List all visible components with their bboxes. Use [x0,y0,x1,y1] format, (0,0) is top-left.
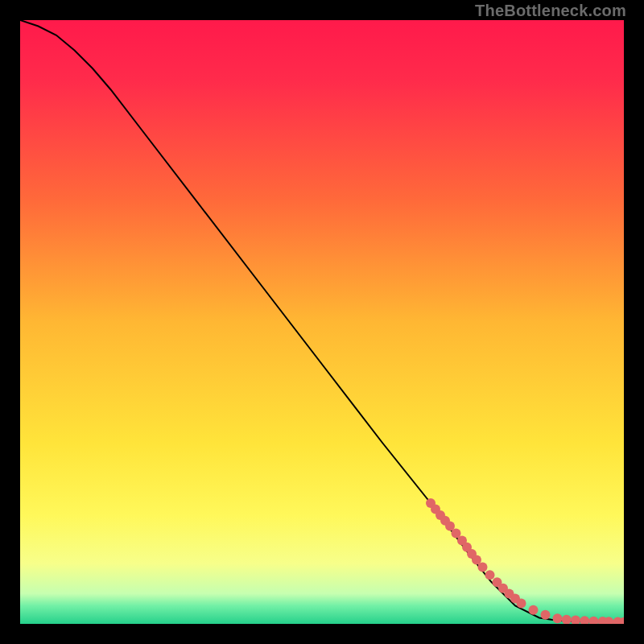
data-point [553,613,563,623]
data-point [478,563,488,572]
data-point [541,610,551,620]
plot-svg [20,20,624,624]
data-point [529,605,539,615]
gradient-background [20,20,624,624]
data-point [485,570,495,580]
data-point [517,599,526,609]
watermark-text: TheBottleneck.com [475,2,626,20]
chart-stage: TheBottleneck.com [0,0,644,644]
plot-area [20,20,624,624]
